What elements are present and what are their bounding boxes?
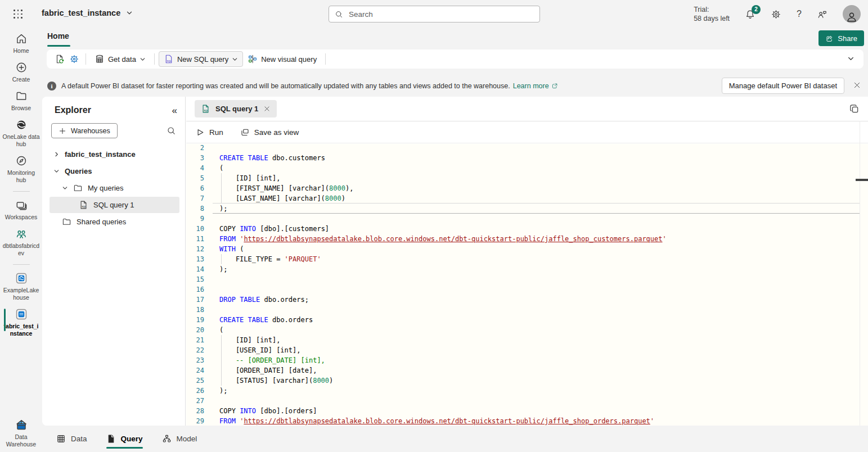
chevron-down-icon [126, 10, 133, 16]
tree-item-shared-queries[interactable]: Shared queries [50, 214, 179, 230]
help-icon[interactable]: ? [797, 9, 802, 19]
view-tab-label: Query [121, 435, 143, 443]
share-button[interactable]: Share [818, 30, 864, 46]
get-data-button[interactable]: Get data [90, 52, 150, 66]
code-line-5[interactable]: 5 [ID] [int], [186, 173, 868, 183]
code-line-24[interactable]: 24 [ORDER_DATE] [date], [186, 365, 868, 376]
copy-icon[interactable] [849, 103, 860, 114]
view-tab-data[interactable]: Data [56, 426, 87, 452]
code-line-2[interactable]: 2 [186, 144, 868, 153]
query-tab[interactable]: SQL SQL query 1 [195, 100, 277, 117]
code-line-11[interactable]: 11FROM 'https://dbtlabsynapsedatalake.bl… [186, 234, 868, 244]
rail-item-label: ExampleLakehouse [2, 287, 41, 301]
avatar[interactable] [843, 5, 861, 23]
new-sql-query-button[interactable]: SQL New SQL query [159, 51, 243, 67]
line-content: ); [219, 204, 227, 214]
tree-item-queries[interactable]: Queries [50, 163, 179, 179]
settings-gear-icon[interactable] [771, 9, 781, 20]
code-line-17[interactable]: 17DROP TABLE dbo.orders; [186, 295, 868, 305]
rail-item-examplelakehouse[interactable]: ExampleLakehouse [0, 272, 42, 301]
line-content: WITH ( [219, 244, 244, 254]
code-line-9[interactable]: 9 [186, 214, 868, 224]
rail-item-monitoring-hub[interactable]: Monitoring hub [0, 155, 42, 184]
code-line-10[interactable]: 10COPY INTO [dbo].[customers] [186, 224, 868, 234]
tab-home[interactable]: Home [47, 31, 69, 40]
current-line-highlight [213, 203, 860, 214]
editor-scrollbar-thumb[interactable] [856, 179, 868, 181]
search-input[interactable] [348, 10, 534, 19]
folder-icon [73, 183, 83, 193]
tree-item-fabric-test-instance[interactable]: fabric_test_instance [50, 146, 179, 162]
code-line-25[interactable]: 25 [STATUS] [varchar](8000) [186, 376, 868, 386]
code-line-3[interactable]: 3CREATE TABLE dbo.customers [186, 153, 868, 163]
rail-item-create[interactable]: Create [0, 61, 42, 83]
folder-icon [62, 217, 71, 227]
settings-button[interactable] [67, 52, 82, 66]
code-line-12[interactable]: 12WITH ( [186, 244, 868, 254]
refresh-button[interactable] [52, 52, 67, 66]
learn-more-link[interactable]: Learn more [513, 82, 558, 90]
editor-scrollbar[interactable] [860, 121, 860, 426]
workspace-switcher[interactable]: fabric_test_instance [42, 8, 133, 17]
view-tab-label: Model [177, 435, 197, 443]
rail-item-dbtlabsfabricdev[interactable]: dbtlabsfabricdev [0, 228, 42, 257]
run-button[interactable]: Run [195, 128, 223, 137]
code-line-23[interactable]: 23 -- [ORDER_DATE] [int], [186, 355, 868, 365]
query-tab-strip: SQL SQL query 1 [186, 97, 868, 121]
database-icon [95, 54, 105, 64]
save-as-view-icon [240, 128, 250, 137]
rail-item-onelake-data-hub[interactable]: OneLake data hub [0, 119, 42, 148]
collapse-explorer-icon[interactable]: « [172, 106, 177, 115]
rail-item-workspaces[interactable]: Workspaces [0, 199, 42, 221]
code-line-16[interactable]: 16 [186, 284, 868, 295]
code-line-27[interactable]: 27 [186, 396, 868, 406]
tree-item-sql-query-1[interactable]: SQLSQL query 1 [50, 197, 179, 213]
line-content: DROP TABLE dbo.orders; [219, 295, 309, 305]
code-line-21[interactable]: 21 [ID] [int], [186, 335, 868, 345]
rail-item-fabric-test-instance[interactable]: fabric_test_instance [0, 308, 42, 337]
line-number: 28 [186, 406, 204, 416]
view-tab-query[interactable]: Query [106, 426, 143, 452]
line-content: [ID] [int], [219, 173, 280, 183]
code-line-26[interactable]: 26); [186, 386, 868, 396]
code-line-22[interactable]: 22 [USER_ID] [int], [186, 345, 868, 355]
explorer-search-icon[interactable] [167, 126, 176, 135]
view-tab-model[interactable]: Model [162, 426, 197, 452]
manage-default-dataset-button[interactable]: Manage default Power BI dataset [722, 78, 844, 94]
line-number: 20 [186, 325, 204, 335]
code-line-15[interactable]: 15 [186, 274, 868, 284]
code-line-19[interactable]: 19CREATE TABLE dbo.orders [186, 315, 868, 325]
warehouses-button[interactable]: Warehouses [51, 123, 118, 138]
info-icon: i [47, 82, 56, 91]
tree-item-my-queries[interactable]: My queries [50, 180, 179, 196]
toolbar-divider [154, 53, 155, 65]
collapse-ribbon-chevron-icon[interactable] [847, 55, 854, 62]
code-line-7[interactable]: 7 [LAST_NAME] [varchar](8000) [186, 193, 868, 204]
close-banner-icon[interactable] [853, 81, 861, 89]
notifications-bell-icon[interactable]: 2 [745, 9, 755, 20]
rail-item-home[interactable]: Home [0, 33, 42, 55]
new-visual-query-button[interactable]: New visual query [243, 52, 321, 66]
line-content: [STATUS] [varchar](8000) [219, 376, 333, 386]
feedback-icon[interactable] [817, 9, 827, 20]
code-line-29[interactable]: 29FROM 'https://dbtlabsynapsedatalake.bl… [186, 416, 868, 426]
line-number: 26 [186, 386, 204, 396]
code-line-14[interactable]: 14); [186, 264, 868, 274]
rail-item-data-warehouse[interactable]: Data Warehouse [0, 419, 42, 448]
close-tab-icon[interactable] [263, 105, 271, 112]
code-line-18[interactable]: 18 [186, 305, 868, 315]
code-line-13[interactable]: 13 FILE_TYPE = 'PARQUET' [186, 254, 868, 264]
app-launcher-icon[interactable] [14, 10, 23, 19]
query-doc-icon [106, 434, 116, 444]
topbar-right: Trial: 58 days left 2 ? [694, 0, 868, 28]
save-as-view-button[interactable]: Save as view [240, 128, 299, 137]
sql-code-editor[interactable]: 23CREATE TABLE dbo.customers4(5 [ID] [in… [186, 144, 868, 426]
code-line-6[interactable]: 6 [FIRST_NAME] [varchar](8000), [186, 183, 868, 193]
code-line-4[interactable]: 4( [186, 163, 868, 173]
code-line-8[interactable]: 8); [186, 204, 868, 214]
query-tab-label: SQL query 1 [215, 105, 258, 113]
code-line-20[interactable]: 20( [186, 325, 868, 335]
code-line-28[interactable]: 28COPY INTO [dbo].[orders] [186, 406, 868, 416]
rail-item-browse[interactable]: Browse [0, 90, 42, 112]
line-number: 12 [186, 244, 204, 254]
